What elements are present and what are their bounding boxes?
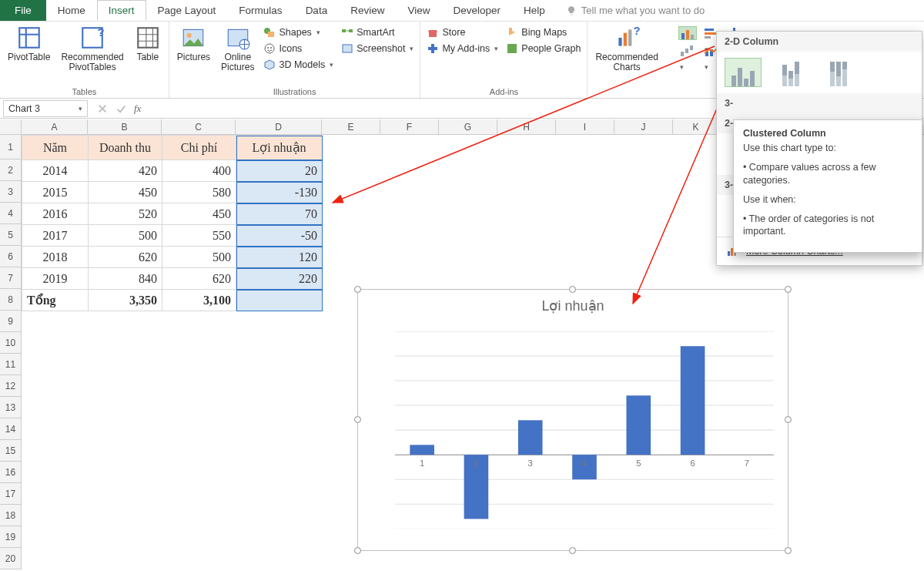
row-header-2[interactable]: 2 xyxy=(0,160,21,181)
row-header-9[interactable]: 9 xyxy=(0,311,21,332)
table-button[interactable]: Table xyxy=(133,25,162,62)
col-header-K[interactable]: K xyxy=(673,119,719,134)
tab-view[interactable]: View xyxy=(396,0,441,21)
cell[interactable]: 420 xyxy=(89,160,162,182)
icons-button[interactable]: Icons xyxy=(263,41,333,56)
cancel-icon[interactable] xyxy=(97,103,108,114)
cell[interactable]: 620 xyxy=(162,268,236,290)
tab-developer[interactable]: Developer xyxy=(441,0,512,21)
insert-column-chart-button[interactable] xyxy=(678,26,697,40)
store-button[interactable]: Store xyxy=(427,25,498,40)
name-box[interactable]: Chart 3 ▾ xyxy=(3,100,88,117)
cell[interactable]: 20 xyxy=(236,160,323,182)
row-header-6[interactable]: 6 xyxy=(0,246,21,267)
chart-title[interactable]: Lợi nhuận xyxy=(358,290,788,319)
tab-data[interactable]: Data xyxy=(294,0,340,21)
cell[interactable]: 70 xyxy=(236,203,323,225)
select-all-corner[interactable] xyxy=(0,119,22,134)
row-header-8[interactable]: 8 xyxy=(0,289,21,311)
cell[interactable]: 220 xyxy=(236,268,323,290)
recommended-charts-button[interactable]: ? Recommended Charts xyxy=(594,25,659,72)
row-header-11[interactable]: 11 xyxy=(0,354,21,375)
cell[interactable]: 400 xyxy=(162,160,236,182)
row-header-7[interactable]: 7 xyxy=(0,267,21,289)
shapes-button[interactable]: Shapes xyxy=(263,25,333,40)
bing-maps-button[interactable]: Bing Maps xyxy=(506,25,581,40)
row-header-17[interactable]: 17 xyxy=(0,483,21,505)
cell[interactable]: Năm xyxy=(22,136,89,160)
cell[interactable]: 2014 xyxy=(22,160,89,182)
row-header-10[interactable]: 10 xyxy=(0,332,21,354)
row-header-12[interactable]: 12 xyxy=(0,375,21,397)
col-header-C[interactable]: C xyxy=(162,119,236,134)
row-header-20[interactable]: 20 xyxy=(0,548,21,569)
cell[interactable]: 2015 xyxy=(22,182,89,203)
row-header-1[interactable]: 1 xyxy=(0,135,21,160)
cell[interactable]: 620 xyxy=(89,247,162,268)
tab-file[interactable]: File xyxy=(0,0,46,21)
fx-icon[interactable]: fx xyxy=(134,102,141,115)
cell[interactable]: 450 xyxy=(162,203,236,225)
cell[interactable]: Tổng xyxy=(22,290,89,311)
recommended-pivottables-button[interactable]: ? Recommended PivotTables xyxy=(59,25,125,72)
cell[interactable]: 3,350 xyxy=(89,290,162,311)
row-header-5[interactable]: 5 xyxy=(0,224,21,246)
tab-formulas[interactable]: Formulas xyxy=(227,0,293,21)
col-header-G[interactable]: G xyxy=(439,119,497,134)
col-header-E[interactable]: E xyxy=(322,119,380,134)
row-header-4[interactable]: 4 xyxy=(0,203,21,224)
enter-icon[interactable] xyxy=(116,103,126,114)
cell[interactable]: 2016 xyxy=(22,203,89,225)
row-header-15[interactable]: 15 xyxy=(0,440,21,462)
row-header-14[interactable]: 14 xyxy=(0,418,21,440)
chart-plot-area[interactable]: -150-100-500501001502002501234567 xyxy=(395,331,774,529)
100-stacked-column-option[interactable] xyxy=(820,58,857,87)
row-header-16[interactable]: 16 xyxy=(0,462,21,483)
tab-help[interactable]: Help xyxy=(512,0,557,21)
tab-page-layout[interactable]: Page Layout xyxy=(146,0,228,21)
cell[interactable]: 2019 xyxy=(22,268,89,290)
cell[interactable]: 450 xyxy=(89,182,162,203)
cell[interactable]: 500 xyxy=(162,247,236,268)
row-header-3[interactable]: 3 xyxy=(0,181,21,203)
clustered-column-option[interactable] xyxy=(725,58,762,87)
cell[interactable]: -130 xyxy=(236,182,323,203)
screenshot-button[interactable]: Screenshot xyxy=(341,41,413,56)
col-header-F[interactable]: F xyxy=(380,119,439,134)
tab-insert[interactable]: Insert xyxy=(97,0,146,21)
tell-me-search[interactable]: Tell me what you want to do xyxy=(557,0,705,21)
cell[interactable]: Doanh thu xyxy=(89,136,162,160)
my-addins-button[interactable]: My Add-ins xyxy=(427,41,498,56)
cell[interactable]: Chi phí xyxy=(162,136,236,160)
col-header-H[interactable]: H xyxy=(497,119,556,134)
insert-waterfall-button[interactable] xyxy=(678,44,697,58)
row-header-19[interactable]: 19 xyxy=(0,526,21,548)
cell[interactable]: -50 xyxy=(236,225,323,247)
cell[interactable]: 580 xyxy=(162,182,236,203)
cell[interactable] xyxy=(236,290,323,311)
cell[interactable]: Lợi nhuận xyxy=(236,136,323,160)
people-graph-button[interactable]: People Graph xyxy=(506,41,581,56)
chevron-down-icon[interactable]: ▾ xyxy=(79,105,82,113)
pictures-button[interactable]: Pictures xyxy=(176,25,212,62)
3d-models-button[interactable]: 3D Models xyxy=(263,57,333,72)
cell[interactable]: 550 xyxy=(162,225,236,247)
col-header-B[interactable]: B xyxy=(88,119,162,134)
col-header-I[interactable]: I xyxy=(556,119,614,134)
cell[interactable]: 3,100 xyxy=(162,290,236,311)
online-pictures-button[interactable]: Online Pictures xyxy=(219,25,256,72)
cell[interactable]: 2018 xyxy=(22,247,89,268)
row-header-18[interactable]: 18 xyxy=(0,505,21,526)
stacked-column-option[interactable] xyxy=(772,58,809,87)
row-header-13[interactable]: 13 xyxy=(0,397,21,418)
cell[interactable]: 500 xyxy=(89,225,162,247)
tab-review[interactable]: Review xyxy=(339,0,396,21)
pivottable-button[interactable]: PivotTable xyxy=(6,25,52,62)
cell[interactable]: 840 xyxy=(89,268,162,290)
smartart-button[interactable]: SmartArt xyxy=(341,25,413,40)
embedded-chart[interactable]: Lợi nhuận -150-100-500501001502002501234… xyxy=(357,289,788,551)
cell[interactable]: 2017 xyxy=(22,225,89,247)
tab-home[interactable]: Home xyxy=(46,0,97,21)
cell[interactable]: 120 xyxy=(236,247,323,268)
col-header-D[interactable]: D xyxy=(236,119,322,134)
